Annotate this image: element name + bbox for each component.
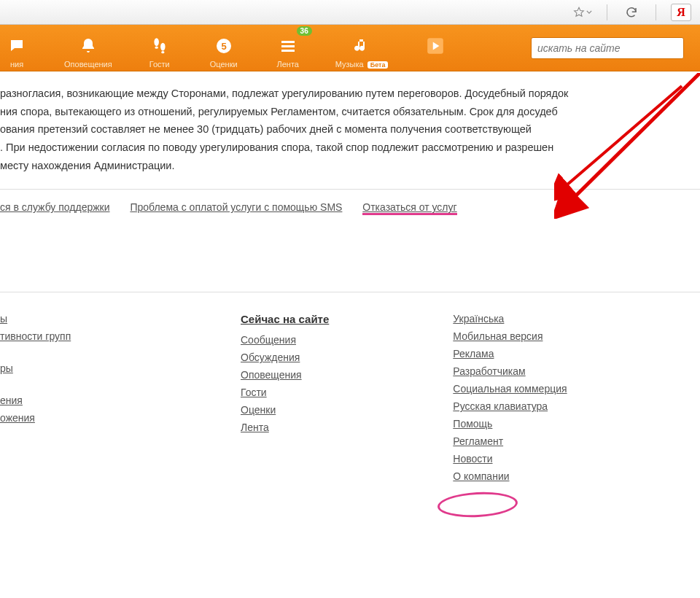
svg-point-2: [155, 46, 158, 48]
nav-items: ния Оповещения Гости 5 Оценки 36 Ле: [0, 28, 452, 69]
footer-link-developers[interactable]: Разработчикам: [453, 365, 525, 377]
music-icon: [353, 35, 370, 57]
nav-item-guests[interactable]: Гости: [143, 28, 176, 69]
footer-link[interactable]: ожения: [0, 412, 35, 424]
footer-link[interactable]: ы: [0, 313, 7, 325]
footer-link-ukrainian[interactable]: Українська: [453, 313, 504, 325]
reload-button[interactable]: [622, 4, 641, 21]
footsteps-icon: [150, 35, 169, 57]
footer-link-regulations[interactable]: Регламент: [453, 435, 503, 447]
browser-toolbar: Я: [0, 0, 700, 25]
footer-link-social-commerce[interactable]: Социальная коммерция: [453, 383, 567, 395]
nav-label: Оповещения: [64, 60, 112, 69]
nav-item-play[interactable]: [419, 28, 452, 69]
nav-label: Оценки: [210, 60, 238, 69]
footer-left-column: ы тивности групп ры ения ожения: [0, 313, 117, 488]
nav-label: Музыка Бета: [335, 60, 389, 69]
svg-point-0: [154, 38, 159, 46]
payment-problem-link[interactable]: Проблема с оплатой услуги с помощью SMS: [130, 201, 342, 213]
footer-link-ads[interactable]: Реклама: [453, 348, 494, 360]
bookmark-star-button[interactable]: [573, 4, 592, 21]
support-link[interactable]: ся в службу поддержки: [0, 201, 110, 213]
yandex-icon: Я: [677, 6, 685, 19]
footer-link-news[interactable]: Новости: [453, 453, 492, 465]
nav-item-notifications[interactable]: Оповещения: [64, 28, 112, 69]
svg-rect-6: [281, 41, 295, 43]
rating-icon: 5: [215, 35, 233, 57]
chat-icon: [8, 35, 26, 57]
footer-link[interactable]: Сообщения: [241, 334, 296, 346]
nav-item-feed[interactable]: 36 Лента: [271, 28, 305, 69]
footer-link-about[interactable]: О компании: [453, 470, 509, 482]
search-input[interactable]: [531, 37, 684, 59]
nav-item-ratings[interactable]: 5 Оценки: [207, 28, 241, 69]
nav-label: ния: [10, 60, 23, 69]
nav-item-messages[interactable]: ния: [0, 28, 34, 69]
top-navigation: ния Оповещения Гости 5 Оценки 36 Ле: [0, 25, 700, 71]
footer: ы тивности групп ры ения ожения Сейчас н…: [0, 292, 700, 488]
footer-link[interactable]: Обсуждения: [241, 352, 300, 363]
footer-link[interactable]: Гости: [241, 387, 267, 398]
refuse-services-link[interactable]: Отказаться от услуг: [362, 201, 456, 215]
list-icon: [279, 35, 297, 57]
bell-icon: [79, 35, 97, 57]
footer-link[interactable]: ры: [0, 362, 13, 374]
divider: [607, 4, 607, 20]
svg-text:5: 5: [221, 41, 226, 52]
nav-item-music[interactable]: Музыка Бета: [335, 28, 389, 69]
footer-link[interactable]: тивности групп: [0, 330, 71, 342]
svg-point-3: [161, 51, 164, 53]
footer-link-help[interactable]: Помощь: [453, 418, 492, 430]
play-icon: [426, 35, 445, 57]
svg-rect-8: [281, 50, 295, 52]
footer-heading: Сейчас на сайте: [241, 313, 329, 325]
footer-link-keyboard[interactable]: Русская клавиатура: [453, 400, 548, 412]
footer-middle-column: Сейчас на сайте Сообщения Обсуждения Опо…: [241, 313, 329, 488]
support-links-row: ся в службу поддержки Проблема с оплатой…: [0, 190, 700, 226]
nav-label: Лента: [276, 60, 298, 69]
footer-link-mobile[interactable]: Мобильная версия: [453, 330, 542, 342]
badge: 36: [297, 26, 312, 36]
yandex-search-button[interactable]: Я: [671, 4, 691, 21]
annotation-circle: [437, 490, 518, 519]
nav-label: [435, 60, 437, 69]
footer-link[interactable]: Оценки: [241, 404, 276, 416]
nav-label: Гости: [149, 60, 170, 69]
svg-rect-7: [281, 45, 295, 47]
footer-link[interactable]: Оповещения: [241, 369, 302, 381]
svg-point-1: [160, 42, 166, 50]
beta-badge: Бета: [368, 61, 389, 69]
regulation-text: разногласия, возникающие между Сторонами…: [0, 71, 700, 189]
footer-link[interactable]: ения: [0, 395, 23, 406]
divider: [656, 4, 656, 20]
footer-right-column: Українська Мобильная версия Реклама Разр…: [453, 313, 567, 488]
footer-link[interactable]: Лента: [241, 422, 269, 433]
